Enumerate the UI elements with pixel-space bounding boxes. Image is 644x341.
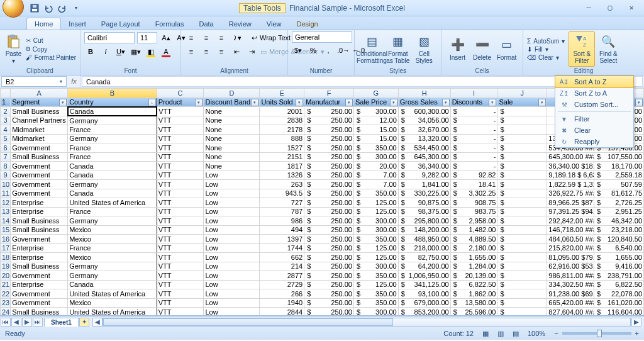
cell[interactable]: Low — [204, 235, 260, 244]
cell[interactable] — [497, 116, 547, 125]
view-pagebreak-icon[interactable]: ▤ — [513, 330, 519, 338]
cell[interactable]: 6,822.50 — [450, 280, 497, 289]
cell[interactable]: 250.00 — [304, 189, 354, 198]
cell[interactable]: 250.00 — [304, 170, 354, 180]
cell[interactable]: 350.00 — [354, 235, 399, 244]
cell[interactable]: 250.00 — [304, 225, 354, 235]
cell[interactable]: Government — [11, 271, 68, 281]
menu-item-clear[interactable]: ✖Clear — [555, 125, 633, 136]
cell[interactable]: VTT — [157, 235, 204, 244]
cell[interactable]: Low — [204, 280, 260, 289]
cell[interactable]: France — [68, 207, 157, 216]
font-color-button[interactable]: A — [160, 45, 172, 58]
zoom-level[interactable]: 100% — [528, 330, 545, 337]
cell[interactable]: 15.00 — [354, 134, 399, 143]
undo-icon[interactable] — [43, 3, 54, 14]
cell[interactable]: 943.5 — [260, 189, 304, 198]
row-header[interactable]: 17 — [1, 243, 11, 253]
align-center-icon[interactable]: ≡ — [200, 45, 213, 58]
format-cells-button[interactable]: ▭Format — [494, 31, 519, 67]
cell[interactable]: 215,820.00 ######## — [547, 243, 594, 253]
cell[interactable]: 46,342.00 — [594, 216, 644, 226]
cell[interactable]: Mexico — [68, 298, 157, 308]
column-filter-sale-price[interactable]: Sale Price▾ — [354, 98, 399, 107]
row-header[interactable]: 12 — [1, 198, 11, 208]
cell[interactable]: 20,139.00 — [450, 271, 497, 281]
cell[interactable]: Enterprise — [11, 253, 68, 262]
cell[interactable]: 827,604.00 ######## — [547, 308, 594, 316]
cell[interactable]: Small Business — [11, 152, 68, 162]
menu-item-reapply[interactable]: ↻Reapply — [555, 136, 633, 147]
name-box[interactable]: B2▾ — [1, 76, 67, 87]
ribbon-tab-insert[interactable]: Insert — [61, 18, 94, 30]
cell[interactable]: Enterprise — [11, 243, 68, 253]
cell[interactable] — [497, 216, 547, 226]
cell[interactable]: Low — [204, 189, 260, 198]
cell[interactable]: United States of America — [68, 308, 157, 316]
cell[interactable]: 7.00 — [354, 180, 399, 189]
cell[interactable]: 250.00 — [304, 289, 354, 299]
cell[interactable]: Germany — [68, 116, 157, 125]
autosum-button[interactable]: ΣAutoSum ▾ — [527, 38, 565, 45]
cell[interactable]: 250.00 — [304, 308, 354, 316]
col-header-I[interactable]: I — [450, 89, 497, 98]
sheet-nav-next[interactable]: ▶ — [22, 318, 32, 327]
cell[interactable]: VTT — [157, 225, 204, 235]
cell[interactable]: 2,559.18 — [594, 170, 644, 180]
find-select-button[interactable]: 🔍Find & Select — [595, 31, 621, 67]
cell[interactable]: None — [204, 116, 260, 125]
cell[interactable]: 1326 — [260, 170, 304, 180]
cell[interactable]: 250.00 — [304, 235, 354, 244]
row-header[interactable]: 9 — [1, 170, 11, 180]
cell[interactable]: 125.00 — [354, 253, 399, 262]
cell[interactable]: 9,282.00 — [398, 170, 450, 180]
cell[interactable]: 107,550.00 — [594, 152, 644, 162]
menu-item-sort-z-to-a[interactable]: Z↥Sort Z to A — [555, 87, 633, 99]
cell[interactable]: None — [204, 107, 260, 116]
menu-item-filter[interactable]: ▼Filter — [555, 113, 633, 125]
col-header-B[interactable]: B — [68, 89, 157, 98]
cell[interactable]: 2877 — [260, 271, 304, 281]
cell[interactable]: 2729 — [260, 280, 304, 289]
cell[interactable]: Government — [11, 170, 68, 180]
cell[interactable] — [497, 180, 547, 189]
row-header[interactable]: 7 — [1, 152, 11, 162]
cell[interactable]: 218,000.00 — [398, 243, 450, 253]
sheet-tab[interactable]: Sheet1 — [44, 318, 79, 327]
cell[interactable] — [497, 198, 547, 208]
cell[interactable]: 91,238.00 $69,160.00 — [547, 289, 594, 299]
cell[interactable]: 250.00 — [304, 243, 354, 253]
cell[interactable]: Low — [204, 216, 260, 226]
redo-icon[interactable] — [57, 3, 68, 14]
cell[interactable]: United States of America — [68, 198, 157, 208]
cell[interactable]: 250.00 — [304, 216, 354, 226]
cell[interactable] — [497, 298, 547, 308]
cell[interactable]: Germany — [68, 134, 157, 143]
increase-decimal-icon[interactable]: .0→ — [337, 44, 350, 57]
cell[interactable]: 22,078.00 — [594, 289, 644, 299]
cell[interactable]: 3,302.25 — [450, 189, 497, 198]
cell[interactable]: Low — [204, 271, 260, 281]
align-bottom-icon[interactable]: ≡ — [215, 31, 228, 44]
cell[interactable]: Midmarket — [11, 134, 68, 143]
sheet-nav-first[interactable]: ⏮ — [1, 318, 11, 327]
row-header[interactable]: 1 — [1, 98, 11, 107]
cell[interactable]: 2,951.25 — [594, 207, 644, 216]
cell[interactable] — [497, 189, 547, 198]
cell[interactable]: Government — [11, 143, 68, 153]
cell[interactable]: Enterprise — [11, 207, 68, 216]
cell[interactable]: 600,300.00 — [398, 107, 450, 116]
cell[interactable]: 250.00 — [304, 152, 354, 162]
cell[interactable]: 81,095.00 $79,440.00 — [547, 253, 594, 262]
cell[interactable]: Mexico — [68, 253, 157, 262]
cell[interactable]: 250.00 — [304, 125, 354, 135]
cell[interactable]: 292,842.00 ######## — [547, 216, 594, 226]
horizontal-scrollbar[interactable]: ◀ ▶ — [92, 318, 641, 327]
cell[interactable]: Midmarket — [11, 125, 68, 135]
cell[interactable]: None — [204, 143, 260, 153]
cell[interactable]: 13,320.00 — [398, 134, 450, 143]
cell[interactable]: - — [450, 107, 497, 116]
cell[interactable]: 12.00 — [354, 116, 399, 125]
cell[interactable]: 238,791.00 — [594, 271, 644, 281]
cell[interactable]: 983.75 — [450, 207, 497, 216]
